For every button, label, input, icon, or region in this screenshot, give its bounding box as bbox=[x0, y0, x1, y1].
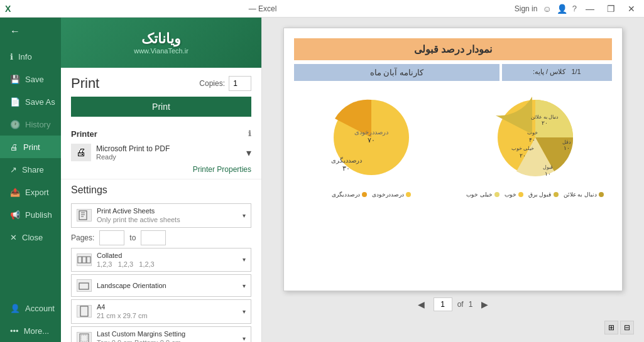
sidebar-item-print[interactable]: 🖨 Print bbox=[0, 136, 61, 158]
legend-dot bbox=[494, 192, 499, 197]
total-pages: 1 bbox=[469, 300, 473, 309]
svg-text:۴۰: ۴۰ bbox=[529, 137, 535, 143]
sidebar-item-save[interactable]: 💾 Save bbox=[0, 68, 61, 90]
sidebar-item-share[interactable]: ↗ Share bbox=[0, 158, 61, 181]
smiley-icon: ☺ bbox=[542, 4, 551, 14]
svg-text:درصددرخودی: درصددرخودی bbox=[354, 129, 388, 136]
zoom-actual-button[interactable]: ⊟ bbox=[620, 321, 634, 334]
legend-item: قبول برق bbox=[528, 191, 559, 198]
pages-to-input[interactable] bbox=[141, 230, 166, 245]
pie-chart-2: دنبال به علائن ۲۰ دقل ۱۰ قبول ۱۰ خیلی خو… bbox=[485, 87, 586, 188]
copies-label: Copies: bbox=[199, 79, 225, 88]
svg-text:دنبال به علائن: دنبال به علائن bbox=[530, 114, 558, 120]
chart-legend-1: درصددرخودی درصددیگری bbox=[332, 191, 411, 198]
close-btn[interactable]: ✕ bbox=[624, 3, 639, 15]
copies-input[interactable] bbox=[229, 76, 251, 91]
legend-dot bbox=[554, 192, 559, 197]
print-title: Print bbox=[71, 75, 99, 92]
copies-area: Copies: bbox=[199, 76, 251, 91]
pages-row: Pages: to bbox=[71, 230, 251, 245]
sidebar-item-more[interactable]: ••• More... bbox=[0, 319, 61, 342]
sidebar-item-history[interactable]: 🕐 History bbox=[0, 113, 61, 136]
printer-row[interactable]: 🖨 Microsoft Print to PDF Ready ▾ bbox=[61, 141, 261, 164]
setting-active-sheets[interactable]: Print Active Sheets Only print the activ… bbox=[71, 203, 251, 228]
svg-text:۳۰: ۳۰ bbox=[342, 164, 350, 172]
print-title-area: Print Copies: bbox=[61, 68, 261, 97]
window-title: — Excel bbox=[249, 4, 277, 13]
pie-chart-1: درصددرخودی ۷۰ درصددیگری ۳۰ bbox=[321, 87, 422, 188]
setting-paper-size[interactable]: A4 21 cm x 29.7 cm ▾ bbox=[71, 299, 251, 324]
sidebar-item-export[interactable]: 📤 Export bbox=[0, 181, 61, 203]
legend-item: درصددیگری bbox=[332, 191, 367, 198]
sidebar-item-label: Share bbox=[22, 165, 44, 174]
sidebar-item-label: More... bbox=[24, 326, 49, 336]
charts-row: درصددرخودی ۷۰ درصددیگری ۳۰ درصددرخودی bbox=[294, 87, 612, 198]
logo-area: ویاناتک www.VianaTech.ir bbox=[61, 18, 261, 68]
svg-text:خوب: خوب bbox=[527, 130, 537, 136]
svg-rect-0 bbox=[79, 211, 87, 220]
help-icon[interactable]: ? bbox=[572, 4, 577, 13]
printer-info-icon[interactable]: ℹ bbox=[248, 129, 251, 138]
middle-panel: ویاناتک www.VianaTech.ir Print Copies: P… bbox=[61, 18, 262, 342]
sidebar-item-info[interactable]: ℹ Info bbox=[0, 45, 61, 68]
svg-rect-10 bbox=[81, 335, 87, 341]
zoom-controls: ⊞ ⊟ bbox=[604, 321, 634, 334]
printer-dropdown-icon[interactable]: ▾ bbox=[246, 147, 251, 159]
svg-text:۱۰: ۱۰ bbox=[545, 171, 551, 177]
sidebar-item-close[interactable]: ✕ Close bbox=[0, 226, 61, 248]
brand-logo: ویاناتک bbox=[134, 31, 188, 47]
setting-sheets-text: Print Active Sheets Only print the activ… bbox=[97, 206, 237, 225]
setting-collated[interactable]: Collated 1,2,3 1,2,3 1,2,3 ▾ bbox=[71, 248, 251, 272]
legend-dot bbox=[406, 192, 411, 197]
maximize-btn[interactable]: ❐ bbox=[603, 3, 619, 15]
minimize-btn[interactable]: — bbox=[582, 3, 598, 15]
main-layout: ← ℹ Info 💾 Save 📄 Save As 🕐 History 🖨 Pr… bbox=[0, 18, 644, 342]
svg-rect-6 bbox=[87, 257, 90, 263]
sign-in-link[interactable]: Sign in bbox=[515, 4, 538, 13]
pie-chart-2-container: دنبال به علائن ۲۰ دقل ۱۰ قبول ۱۰ خیلی خو… bbox=[458, 87, 612, 198]
margins-icon bbox=[77, 332, 92, 342]
sidebar-item-label: Account bbox=[25, 304, 55, 313]
preview-paper: نمودار درصد قبولی کارنامه آبان ماه 1/1 ک… bbox=[283, 28, 623, 291]
sidebar-back-button[interactable]: ← bbox=[0, 18, 61, 45]
zoom-fit-button[interactable]: ⊞ bbox=[604, 321, 618, 334]
printer-status: Ready bbox=[96, 153, 241, 161]
print-button[interactable]: Print bbox=[71, 97, 251, 117]
save-as-icon: 📄 bbox=[10, 97, 20, 107]
of-label: of bbox=[457, 300, 464, 309]
title-bar: X — Excel Sign in ☺ 👤 ? — ❐ ✕ bbox=[0, 0, 644, 18]
legend-label: قبول برق bbox=[528, 191, 552, 198]
brand-url: www.VianaTech.ir bbox=[134, 47, 188, 55]
sidebar-item-account[interactable]: 👤 Account bbox=[0, 297, 61, 319]
sidebar-item-save-as[interactable]: 📄 Save As bbox=[0, 90, 61, 113]
legend-dot bbox=[362, 192, 367, 197]
pages-from-input[interactable] bbox=[99, 230, 124, 245]
chart-header-row: کارنامه آبان ماه 1/1 کلاس / پایه: bbox=[294, 64, 612, 81]
preview-nav: ◀ of 1 ▶ bbox=[414, 297, 493, 311]
preview-panel: نمودار درصد قبولی کارنامه آبان ماه 1/1 ک… bbox=[262, 18, 644, 342]
pages-label: Pages: bbox=[71, 233, 94, 242]
setting-arrow-icon: ▾ bbox=[243, 212, 246, 219]
printer-info: Microsoft Print to PDF Ready bbox=[96, 144, 241, 161]
setting-paper-text: A4 21 cm x 29.7 cm bbox=[97, 302, 237, 321]
back-arrow-icon: ← bbox=[10, 26, 20, 37]
next-page-button[interactable]: ▶ bbox=[478, 298, 492, 311]
preview-wrapper: نمودار درصد قبولی کارنامه آبان ماه 1/1 ک… bbox=[283, 28, 623, 311]
prev-page-button[interactable]: ◀ bbox=[414, 298, 428, 311]
svg-text:درصددیگری: درصددیگری bbox=[330, 157, 361, 164]
setting-margins[interactable]: Last Custom Margins Setting Top: 0.9 cm … bbox=[71, 326, 251, 342]
sidebar-item-publish[interactable]: 📢 Publish bbox=[0, 203, 61, 226]
printer-properties-link[interactable]: Printer Properties bbox=[61, 164, 261, 179]
sheets-icon bbox=[77, 209, 92, 222]
legend-item: خیلی خوب bbox=[466, 191, 499, 198]
svg-text:۷۰: ۷۰ bbox=[368, 136, 375, 144]
page-number-input[interactable] bbox=[434, 297, 452, 311]
sidebar-item-label: Print bbox=[23, 142, 40, 152]
title-bar-center: — Excel bbox=[11, 4, 514, 13]
setting-orientation[interactable]: Landscape Orientation ▾ bbox=[71, 274, 251, 297]
sidebar-item-label: Close bbox=[22, 233, 43, 242]
chart-header-cell-1: کارنامه آبان ماه bbox=[294, 64, 499, 81]
close-sidebar-icon: ✕ bbox=[10, 233, 17, 242]
setting-margins-text: Last Custom Margins Setting Top: 0.9 cm … bbox=[97, 329, 237, 342]
chart-header-cell-2: 1/1 کلاس / پایه: bbox=[502, 64, 612, 81]
